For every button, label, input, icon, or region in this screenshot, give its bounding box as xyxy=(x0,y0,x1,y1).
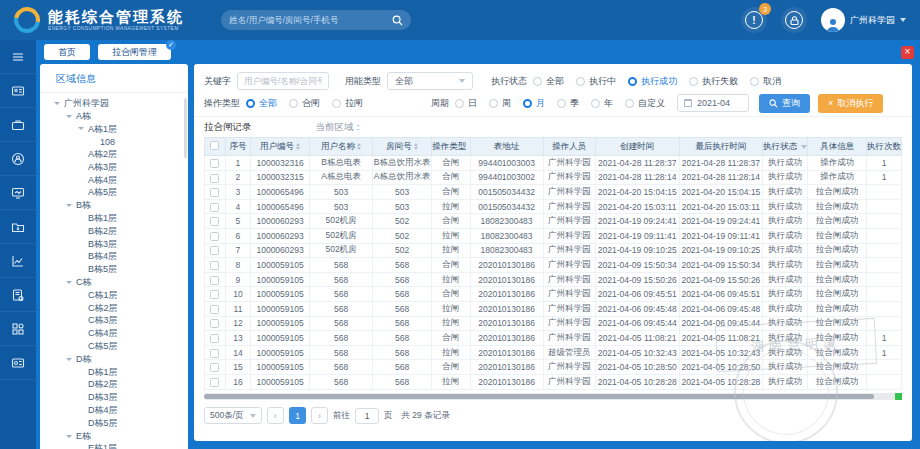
tab-home[interactable]: 首页 xyxy=(44,44,90,60)
tree-item[interactable]: 108 xyxy=(40,135,188,148)
op-type-radio[interactable]: 全部 xyxy=(246,97,277,110)
scrollbar-thumb[interactable] xyxy=(204,394,874,399)
exec-status-radio[interactable]: 全部 xyxy=(533,75,564,88)
column-header[interactable]: 执行状态 xyxy=(763,138,808,156)
current-page-button[interactable]: 1 xyxy=(289,407,306,424)
tree-item[interactable]: E栋 xyxy=(40,430,188,443)
sort-icon[interactable] xyxy=(296,143,300,150)
exec-status-radio[interactable]: 执行中 xyxy=(576,75,616,88)
global-search-input[interactable] xyxy=(229,15,392,25)
period-radio[interactable]: 年 xyxy=(591,97,613,110)
tree-item[interactable]: D栋5层 xyxy=(40,417,188,430)
tree-item[interactable]: A栋 xyxy=(40,110,188,123)
row-checkbox[interactable] xyxy=(210,363,219,372)
period-radio[interactable]: 月 xyxy=(523,97,545,110)
row-checkbox[interactable] xyxy=(210,188,219,197)
tree-item[interactable]: A栋4层 xyxy=(40,174,188,187)
column-header[interactable]: 房间号 xyxy=(372,138,431,156)
tree-caret-icon[interactable] xyxy=(66,281,72,284)
filter-icon[interactable] xyxy=(801,145,807,149)
tree-caret-icon[interactable] xyxy=(66,435,72,438)
keyword-input[interactable] xyxy=(237,72,329,90)
row-checkbox[interactable] xyxy=(210,217,219,226)
row-checkbox[interactable] xyxy=(210,203,219,212)
tree-item[interactable]: C栋1层 xyxy=(40,289,188,302)
row-checkbox[interactable] xyxy=(210,246,219,255)
column-header[interactable]: 操作类型 xyxy=(432,138,470,156)
row-checkbox[interactable] xyxy=(210,378,219,387)
account-circle-icon[interactable] xyxy=(0,142,36,176)
row-checkbox[interactable] xyxy=(210,159,219,168)
select-all-checkbox[interactable] xyxy=(210,141,219,150)
monitor-icon[interactable] xyxy=(0,176,36,210)
meter-card-icon[interactable] xyxy=(0,346,36,380)
sort-icon[interactable] xyxy=(357,143,361,150)
row-checkbox[interactable] xyxy=(210,174,219,183)
tree-item[interactable]: D栋4层 xyxy=(40,404,188,417)
tree-item[interactable]: A栋2层 xyxy=(40,148,188,161)
tree-item[interactable]: C栋3层 xyxy=(40,315,188,328)
tree-item[interactable]: B栋3层 xyxy=(40,238,188,251)
tree-caret-icon[interactable] xyxy=(54,102,60,105)
column-header[interactable]: 用户编号 xyxy=(250,138,309,156)
column-header[interactable]: 用户名称 xyxy=(310,138,373,156)
close-all-tabs-button[interactable]: × xyxy=(901,46,914,59)
tree-item[interactable]: C栋 xyxy=(40,276,188,289)
tree-item[interactable]: D栋2层 xyxy=(40,379,188,392)
user-menu[interactable]: 广州科学园 xyxy=(821,8,906,32)
tree-item[interactable]: B栋 xyxy=(40,199,188,212)
next-page-button[interactable]: › xyxy=(311,407,328,424)
toolbox-icon[interactable] xyxy=(0,108,36,142)
tree-item[interactable]: B栋5层 xyxy=(40,263,188,276)
sidebar-scrollbar[interactable] xyxy=(184,98,187,158)
line-chart-icon[interactable] xyxy=(0,244,36,278)
tree-item[interactable]: B栋1层 xyxy=(40,212,188,225)
page-size-select[interactable]: 500条/页 xyxy=(204,407,262,424)
global-search[interactable] xyxy=(221,10,411,30)
user-card-icon[interactable] xyxy=(0,74,36,108)
tree-item[interactable]: B栋4层 xyxy=(40,251,188,264)
search-icon[interactable] xyxy=(392,15,403,26)
row-checkbox[interactable] xyxy=(210,305,219,314)
op-type-radio[interactable]: 合闸 xyxy=(289,97,320,110)
lock-button[interactable] xyxy=(781,7,807,33)
tree-caret-icon[interactable] xyxy=(78,127,84,130)
tree-caret-icon[interactable] xyxy=(66,204,72,207)
tree-item[interactable]: D栋1层 xyxy=(40,366,188,379)
row-checkbox[interactable] xyxy=(210,334,219,343)
tree-caret-icon[interactable] xyxy=(66,115,72,118)
column-header[interactable] xyxy=(205,138,226,156)
row-checkbox[interactable] xyxy=(210,261,219,270)
tree-item[interactable]: A栋1层 xyxy=(40,123,188,136)
tree-item[interactable]: C栋5层 xyxy=(40,340,188,353)
report-settings-icon[interactable] xyxy=(0,278,36,312)
tree-item[interactable]: B栋2层 xyxy=(40,225,188,238)
tree-item[interactable]: A栋3层 xyxy=(40,161,188,174)
tree-item[interactable]: D栋3层 xyxy=(40,391,188,404)
row-checkbox[interactable] xyxy=(210,232,219,241)
row-checkbox[interactable] xyxy=(210,290,219,299)
period-radio[interactable]: 日 xyxy=(455,97,477,110)
exec-status-radio[interactable]: 取消 xyxy=(750,75,781,88)
tree-item[interactable]: E栋1层 xyxy=(40,443,188,449)
goto-page-input[interactable] xyxy=(355,408,379,424)
tree-item[interactable]: C栋4层 xyxy=(40,327,188,340)
horizontal-scrollbar[interactable] xyxy=(204,393,902,400)
exec-status-radio[interactable]: 执行成功 xyxy=(628,75,677,88)
prev-page-button[interactable]: ‹ xyxy=(267,407,284,424)
sort-icon[interactable] xyxy=(414,143,418,150)
row-checkbox[interactable] xyxy=(210,349,219,358)
search-button[interactable]: 查询 xyxy=(759,94,810,113)
tree-item[interactable]: A栋5层 xyxy=(40,187,188,200)
row-checkbox[interactable] xyxy=(210,276,219,285)
tree-item[interactable]: C栋2层 xyxy=(40,302,188,315)
row-checkbox[interactable] xyxy=(210,319,219,328)
tree-item[interactable]: D栋 xyxy=(40,353,188,366)
folder-download-icon[interactable] xyxy=(0,210,36,244)
period-radio[interactable]: 自定义 xyxy=(625,97,665,110)
energy-type-select[interactable]: 全部 xyxy=(387,72,473,90)
apps-icon[interactable] xyxy=(0,312,36,346)
cancel-execution-button[interactable]: × 取消执行 xyxy=(818,94,883,113)
tab-breaker-management[interactable]: 拉合闸管理 ✓ xyxy=(98,44,171,60)
op-type-radio[interactable]: 拉闸 xyxy=(332,97,363,110)
